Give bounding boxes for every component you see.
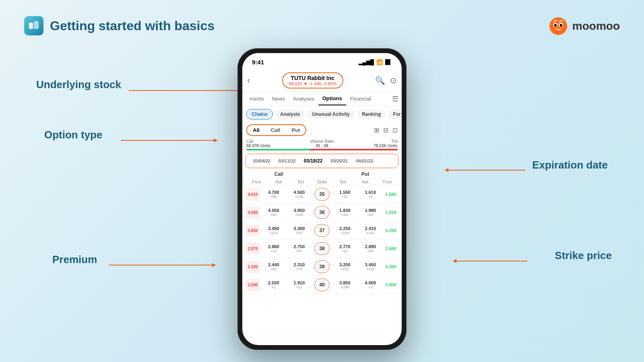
settings-icon[interactable]: ⊟	[383, 126, 388, 134]
nav-overflow-menu[interactable]: ☰	[392, 95, 398, 103]
volume-ratio-label: Volume Ratio42 : 58	[310, 139, 334, 148]
put-ask-cell: 3.450 ×132	[358, 262, 384, 271]
option-type-put[interactable]: Put	[286, 125, 305, 135]
moomoo-brand-icon	[548, 16, 568, 36]
call-price-cell: 2.430	[246, 261, 261, 273]
phone-screen: 9:41 ▂▄▆█ 📶 █▌ ‹ TUTU Rabbit Inc 38.010 …	[242, 53, 402, 345]
tab-movements[interactable]: ments	[246, 93, 268, 105]
volume-bar	[246, 149, 398, 150]
col-strike: Strike	[312, 180, 332, 184]
annotation-arrow-premium	[109, 265, 216, 265]
call-price-cell: 4.610	[246, 188, 261, 201]
table-row[interactable]: 2.430 2.440 ×42 2.310 ×70 39 3.250 ×241 …	[242, 258, 402, 276]
call-bid-cell: 4.500 ×129	[287, 190, 312, 199]
status-bar: 9:41 ▂▄▆█ 📶 █▌	[242, 53, 402, 71]
filter-unusual-activity[interactable]: Unusual Activity	[307, 109, 355, 119]
filter-for[interactable]: For	[388, 109, 402, 119]
table-row[interactable]: 2.000 2.020 ×2 1.910 ×12 40 3.850 ×268 4…	[242, 276, 402, 294]
put-ask-cell: 2.410 ×142	[358, 226, 384, 235]
put-label: Put79.22K Units	[374, 139, 398, 148]
exp-date-03-25-21[interactable]: 03/25/21	[327, 157, 351, 165]
tab-analyses[interactable]: Analyses	[289, 93, 318, 105]
search-icon[interactable]: 🔍	[375, 76, 385, 85]
put-price-cell: 3.900	[383, 282, 398, 287]
phone: 9:41 ▂▄▆█ 📶 █▌ ‹ TUTU Rabbit Inc 38.010 …	[237, 48, 407, 350]
stock-badge[interactable]: TUTU Rabbit Inc 38.010 ▼ -1.440 -3.65%	[282, 72, 343, 88]
stock-price-info: 38.010 ▼ -1.440 -3.65%	[289, 81, 337, 86]
call-header: Call	[246, 171, 312, 177]
filter-icon[interactable]: ⊞	[374, 126, 379, 134]
strike-cell: 35	[312, 188, 332, 201]
annotation-arrow-strike-price	[453, 261, 527, 261]
call-ask-cell: 2.880 ×10	[261, 244, 287, 253]
annotation-underlying-stock: Underlying stock	[36, 78, 121, 91]
tab-financial[interactable]: Financial	[346, 93, 375, 105]
table-row[interactable]: 4.000 4.050 ×62 3.850 ×192 36 1.830 ×341…	[242, 204, 402, 222]
svg-point-2	[549, 17, 567, 35]
stock-change-pct: -3.65%	[323, 81, 337, 86]
col-headers: Price Ask Bid Strike Bid Ask Price	[242, 179, 402, 185]
put-ask-cell: 2.890 ×54	[358, 244, 384, 253]
col-ask-call: Ask	[268, 180, 290, 184]
chain-header: Call Put	[242, 170, 402, 179]
option-type-all[interactable]: All	[247, 125, 265, 135]
strike-cell: 37	[312, 224, 332, 237]
put-ask-cell: 4.000 ×3	[358, 280, 384, 289]
call-ask-cell: 4.700 ×88	[261, 190, 287, 199]
annotation-premium: Premium	[52, 253, 97, 266]
put-header: Put	[332, 171, 398, 177]
table-row[interactable]: 4.610 4.700 ×88 4.500 ×129 35 1.550 ×52 …	[242, 185, 402, 204]
tab-news[interactable]: News	[268, 93, 289, 105]
more-icon[interactable]: ⊙	[390, 76, 397, 85]
call-bid-cell: 3.850 ×192	[287, 208, 312, 217]
filter-row: Chains Analysis Unusual Activity Ranking…	[242, 106, 402, 123]
put-price-cell: 3.300	[383, 264, 398, 269]
put-bid-cell: 2.770 ×12	[332, 244, 358, 253]
exp-date-04-01-22[interactable]: 04/01/22	[353, 157, 376, 165]
stock-change-value: -1.440	[309, 81, 321, 86]
option-type-row: All Call Put ⊞ ⊟ ⊡	[242, 123, 402, 138]
call-price-cell: 2.870	[246, 243, 261, 255]
put-units: 79.22K Units	[374, 144, 398, 148]
exp-date-03-04-22[interactable]: 03/04/22	[250, 157, 274, 165]
chain-rows: 4.610 4.700 ×88 4.500 ×129 35 1.550 ×52 …	[242, 185, 402, 294]
col-ask-put: Ask	[354, 180, 376, 184]
stock-header: ‹ TUTU Rabbit Inc 38.010 ▼ -1.440 -3.65%…	[242, 71, 402, 92]
table-row[interactable]: 3.850 3.450 ×122 3.300 ×53 37 2.250 ×154…	[242, 222, 402, 240]
put-bid-cell: 1.550 ×52	[332, 190, 358, 199]
table-row[interactable]: 2.870 2.880 ×10 2.750 ×97 38 2.770 ×12 2…	[242, 240, 402, 258]
filter-ranking[interactable]: Ranking	[357, 109, 386, 119]
volume-ratio-row: Call58.47K Units Volume Ratio42 : 58 Put…	[242, 138, 402, 152]
call-bid-cell: 3.300 ×53	[287, 226, 312, 235]
copy-icon[interactable]: ⊡	[392, 126, 398, 134]
moomoo-logo: moomoo	[548, 16, 620, 36]
svg-point-5	[554, 24, 557, 27]
put-price-cell: 2.840	[383, 246, 398, 251]
exp-date-03-11-22[interactable]: 03/11/22	[275, 157, 299, 165]
exp-date-03-18-22[interactable]: 03/18/22	[301, 156, 326, 165]
put-ask-cell: 1.990 ×41	[358, 208, 384, 217]
filter-chains[interactable]: Chains	[246, 109, 273, 119]
strike-header	[312, 171, 332, 177]
strike-cell: 38	[312, 242, 332, 255]
expiration-dates: 03/04/22 03/11/22 03/18/22 03/25/21 04/0…	[246, 154, 398, 168]
call-price-cell: 4.000	[246, 206, 261, 219]
wifi-icon: 📶	[376, 59, 383, 65]
volume-ratio-value: 42 : 58	[316, 144, 328, 148]
status-time: 9:41	[252, 59, 264, 66]
call-price-cell: 2.000	[246, 279, 261, 291]
tab-options[interactable]: Options	[318, 92, 346, 105]
col-price-call: Price	[246, 180, 268, 184]
view-icons: ⊞ ⊟ ⊡	[374, 126, 398, 134]
strike-cell: 36	[312, 206, 332, 219]
option-type-call[interactable]: Call	[265, 125, 286, 135]
volume-labels: Call58.47K Units Volume Ratio42 : 58 Put…	[246, 139, 398, 148]
battery-icon: █▌	[385, 59, 392, 65]
volume-bar-fill	[246, 149, 398, 150]
call-label: Call58.47K Units	[246, 139, 270, 148]
annotation-option-type: Option type	[44, 129, 102, 141]
filter-analysis[interactable]: Analysis	[275, 109, 305, 119]
put-price-cell: 1.810	[383, 210, 398, 215]
back-button[interactable]: ‹	[247, 75, 250, 86]
call-bid-cell: 2.750 ×97	[287, 244, 312, 253]
